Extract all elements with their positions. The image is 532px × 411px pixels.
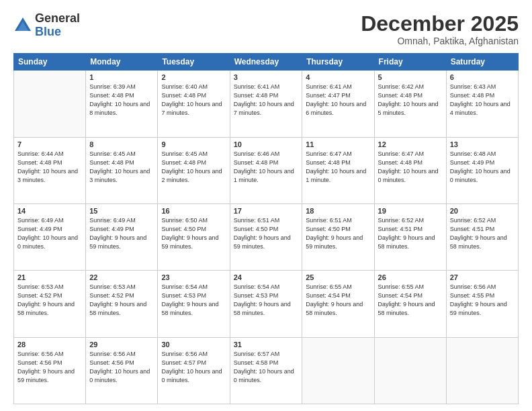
- day-info: Sunrise: 6:53 AMSunset: 4:52 PMDaylight:…: [89, 283, 154, 318]
- day-number: 18: [306, 207, 370, 215]
- day-info: Sunrise: 6:39 AMSunset: 4:48 PMDaylight:…: [89, 83, 154, 118]
- day-cell: 26Sunrise: 6:55 AMSunset: 4:54 PMDayligh…: [374, 271, 446, 337]
- weekday-sunday: Sunday: [14, 54, 86, 71]
- day-cell: 23Sunrise: 6:54 AMSunset: 4:53 PMDayligh…: [158, 271, 230, 337]
- weekday-friday: Friday: [374, 54, 446, 71]
- day-info: Sunrise: 6:56 AMSunset: 4:56 PMDaylight:…: [17, 350, 82, 385]
- day-number: 11: [306, 140, 370, 148]
- day-cell: 10Sunrise: 6:46 AMSunset: 4:48 PMDayligh…: [230, 137, 302, 203]
- day-info: Sunrise: 6:55 AMSunset: 4:54 PMDaylight:…: [306, 283, 370, 318]
- day-number: 17: [234, 207, 299, 215]
- day-cell: 11Sunrise: 6:47 AMSunset: 4:48 PMDayligh…: [302, 137, 374, 203]
- day-info: Sunrise: 6:48 AMSunset: 4:49 PMDaylight:…: [450, 150, 515, 185]
- day-number: 1: [89, 73, 154, 81]
- day-cell: 19Sunrise: 6:52 AMSunset: 4:51 PMDayligh…: [374, 203, 446, 270]
- day-cell: 9Sunrise: 6:45 AMSunset: 4:48 PMDaylight…: [158, 137, 230, 203]
- month-title: December 2025: [361, 12, 519, 36]
- day-cell: 1Sunrise: 6:39 AMSunset: 4:48 PMDaylight…: [86, 71, 158, 137]
- day-info: Sunrise: 6:46 AMSunset: 4:48 PMDaylight:…: [234, 150, 299, 185]
- weekday-header-row: SundayMondayTuesdayWednesdayThursdayFrid…: [14, 54, 519, 71]
- day-cell: [374, 337, 446, 404]
- day-number: 21: [17, 273, 82, 281]
- day-number: 31: [234, 340, 299, 349]
- weekday-thursday: Thursday: [302, 54, 374, 71]
- logo-icon: [13, 16, 32, 35]
- day-number: 10: [234, 140, 299, 148]
- day-number: 5: [378, 73, 443, 81]
- day-info: Sunrise: 6:42 AMSunset: 4:48 PMDaylight:…: [378, 83, 443, 118]
- day-number: 7: [17, 140, 82, 148]
- day-info: Sunrise: 6:41 AMSunset: 4:47 PMDaylight:…: [306, 83, 370, 118]
- day-number: 4: [306, 73, 370, 81]
- day-number: 2: [161, 73, 226, 81]
- day-cell: 29Sunrise: 6:56 AMSunset: 4:56 PMDayligh…: [86, 337, 158, 404]
- day-cell: 20Sunrise: 6:52 AMSunset: 4:51 PMDayligh…: [446, 203, 518, 270]
- title-block: December 2025 Omnah, Paktika, Afghanista…: [361, 12, 519, 46]
- day-info: Sunrise: 6:56 AMSunset: 4:55 PMDaylight:…: [450, 283, 515, 318]
- day-cell: 31Sunrise: 6:57 AMSunset: 4:58 PMDayligh…: [230, 337, 302, 404]
- day-cell: 17Sunrise: 6:51 AMSunset: 4:50 PMDayligh…: [230, 203, 302, 270]
- week-row-5: 28Sunrise: 6:56 AMSunset: 4:56 PMDayligh…: [14, 337, 519, 404]
- day-number: 30: [161, 340, 226, 349]
- week-row-3: 14Sunrise: 6:49 AMSunset: 4:49 PMDayligh…: [14, 203, 519, 270]
- day-info: Sunrise: 6:51 AMSunset: 4:50 PMDaylight:…: [234, 216, 299, 251]
- day-info: Sunrise: 6:56 AMSunset: 4:56 PMDaylight:…: [89, 350, 154, 385]
- day-number: 29: [89, 340, 154, 349]
- day-number: 24: [234, 273, 299, 281]
- day-number: 16: [161, 207, 226, 215]
- day-number: 8: [89, 140, 154, 148]
- day-cell: 2Sunrise: 6:40 AMSunset: 4:48 PMDaylight…: [158, 71, 230, 137]
- day-number: 14: [17, 207, 82, 215]
- day-number: 20: [450, 207, 515, 215]
- day-number: 3: [234, 73, 299, 81]
- day-number: 22: [89, 273, 154, 281]
- day-info: Sunrise: 6:45 AMSunset: 4:48 PMDaylight:…: [161, 150, 226, 185]
- day-info: Sunrise: 6:52 AMSunset: 4:51 PMDaylight:…: [450, 216, 515, 251]
- day-number: 27: [450, 273, 515, 281]
- day-number: 6: [450, 73, 515, 81]
- weekday-monday: Monday: [86, 54, 158, 71]
- day-cell: 22Sunrise: 6:53 AMSunset: 4:52 PMDayligh…: [86, 271, 158, 337]
- day-cell: 30Sunrise: 6:56 AMSunset: 4:57 PMDayligh…: [158, 337, 230, 404]
- day-info: Sunrise: 6:43 AMSunset: 4:48 PMDaylight:…: [450, 83, 515, 118]
- day-cell: 24Sunrise: 6:54 AMSunset: 4:53 PMDayligh…: [230, 271, 302, 337]
- day-info: Sunrise: 6:52 AMSunset: 4:51 PMDaylight:…: [378, 216, 443, 251]
- day-number: 19: [378, 207, 443, 215]
- logo: General Blue: [13, 12, 80, 39]
- day-info: Sunrise: 6:47 AMSunset: 4:48 PMDaylight:…: [378, 150, 443, 185]
- location: Omnah, Paktika, Afghanistan: [361, 36, 519, 46]
- day-number: 15: [89, 207, 154, 215]
- day-cell: 27Sunrise: 6:56 AMSunset: 4:55 PMDayligh…: [446, 271, 518, 337]
- day-cell: 25Sunrise: 6:55 AMSunset: 4:54 PMDayligh…: [302, 271, 374, 337]
- day-cell: 16Sunrise: 6:50 AMSunset: 4:50 PMDayligh…: [158, 203, 230, 270]
- day-cell: [14, 71, 86, 137]
- day-info: Sunrise: 6:44 AMSunset: 4:48 PMDaylight:…: [17, 150, 82, 185]
- day-cell: 7Sunrise: 6:44 AMSunset: 4:48 PMDaylight…: [14, 137, 86, 203]
- day-cell: 3Sunrise: 6:41 AMSunset: 4:48 PMDaylight…: [230, 71, 302, 137]
- day-info: Sunrise: 6:54 AMSunset: 4:53 PMDaylight:…: [161, 283, 226, 318]
- week-row-1: 1Sunrise: 6:39 AMSunset: 4:48 PMDaylight…: [14, 71, 519, 137]
- logo-blue: Blue: [35, 26, 80, 39]
- day-number: 25: [306, 273, 370, 281]
- header: General Blue December 2025 Omnah, Paktik…: [13, 12, 519, 46]
- day-info: Sunrise: 6:50 AMSunset: 4:50 PMDaylight:…: [161, 216, 226, 251]
- day-cell: 6Sunrise: 6:43 AMSunset: 4:48 PMDaylight…: [446, 71, 518, 137]
- day-number: 26: [378, 273, 443, 281]
- day-number: 9: [161, 140, 226, 148]
- day-info: Sunrise: 6:47 AMSunset: 4:48 PMDaylight:…: [306, 150, 370, 185]
- day-info: Sunrise: 6:56 AMSunset: 4:57 PMDaylight:…: [161, 350, 226, 385]
- day-number: 23: [161, 273, 226, 281]
- week-row-2: 7Sunrise: 6:44 AMSunset: 4:48 PMDaylight…: [14, 137, 519, 203]
- day-info: Sunrise: 6:49 AMSunset: 4:49 PMDaylight:…: [17, 216, 82, 251]
- page: General Blue December 2025 Omnah, Paktik…: [0, 0, 532, 411]
- day-info: Sunrise: 6:54 AMSunset: 4:53 PMDaylight:…: [234, 283, 299, 318]
- calendar-table: SundayMondayTuesdayWednesdayThursdayFrid…: [13, 53, 519, 404]
- day-info: Sunrise: 6:45 AMSunset: 4:48 PMDaylight:…: [89, 150, 154, 185]
- day-cell: 8Sunrise: 6:45 AMSunset: 4:48 PMDaylight…: [86, 137, 158, 203]
- day-info: Sunrise: 6:55 AMSunset: 4:54 PMDaylight:…: [378, 283, 443, 318]
- logo-text: General Blue: [35, 12, 80, 39]
- day-cell: [302, 337, 374, 404]
- day-cell: 18Sunrise: 6:51 AMSunset: 4:50 PMDayligh…: [302, 203, 374, 270]
- day-cell: [446, 337, 518, 404]
- weekday-wednesday: Wednesday: [230, 54, 302, 71]
